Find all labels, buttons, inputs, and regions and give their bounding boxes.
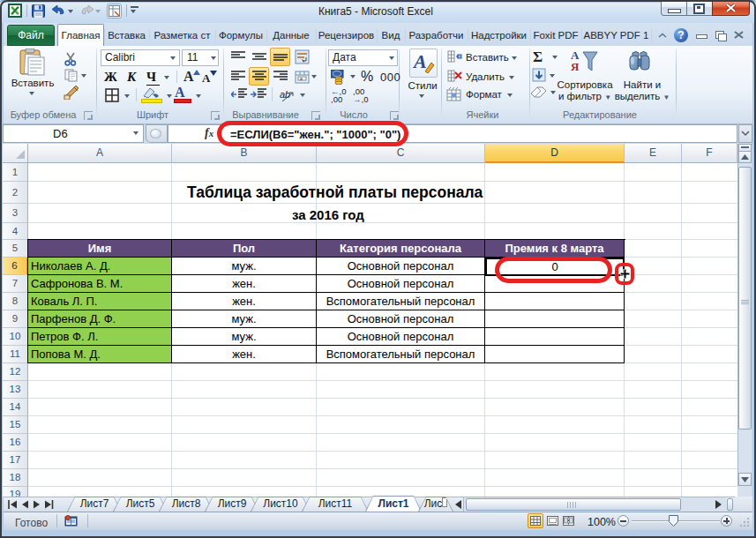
svg-text:ab: ab	[280, 89, 290, 100]
svg-text:a: a	[300, 76, 303, 81]
